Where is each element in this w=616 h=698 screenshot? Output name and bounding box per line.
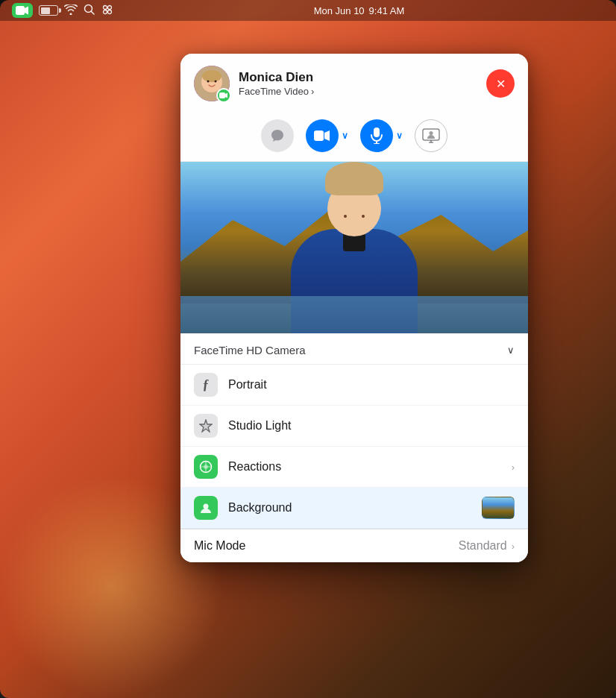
person-overlay (280, 184, 429, 333)
facetime-window: Monica Dien FaceTime Video › ✕ (180, 54, 528, 562)
svg-rect-13 (219, 92, 225, 98)
svg-point-12 (215, 81, 217, 83)
svg-marker-24 (200, 420, 212, 432)
mic-button[interactable]: ∨ (360, 119, 403, 152)
controls-bar: ∨ ∨ (180, 112, 528, 162)
reactions-right: › (512, 462, 515, 473)
screen-share-icon (415, 119, 447, 152)
control-center-icon[interactable] (101, 4, 114, 17)
svg-rect-15 (314, 131, 324, 141)
contact-name: Monica Dien (239, 70, 314, 85)
contact-info: Monica Dien FaceTime Video › (194, 66, 314, 101)
battery-icon (39, 5, 58, 16)
background-icon (194, 496, 218, 520)
portrait-label: Portrait (228, 378, 515, 392)
svg-marker-1 (25, 7, 28, 15)
screen-share-button[interactable] (415, 119, 447, 152)
svg-point-6 (104, 10, 107, 13)
close-button[interactable]: ✕ (486, 69, 515, 98)
wifi-icon (64, 4, 78, 17)
background-label: Background (228, 501, 471, 515)
facetime-badge (216, 88, 231, 103)
studio-light-label: Studio Light (228, 419, 515, 433)
video-preview (180, 162, 528, 333)
portrait-icon: ƒ (194, 373, 218, 397)
menubar-time: 9:41 AM (369, 5, 405, 16)
mic-icon (360, 119, 393, 152)
window-header: Monica Dien FaceTime Video › ✕ (180, 54, 528, 112)
reactions-icon (194, 455, 218, 479)
background-thumbnail (482, 497, 515, 519)
facetime-app-icon[interactable] (12, 3, 33, 18)
svg-rect-17 (374, 128, 380, 137)
mic-mode-label: Mic Mode (194, 539, 459, 553)
menubar-date: Mon Jun 10 (314, 5, 365, 16)
portrait-menu-item[interactable]: ƒ Portrait (180, 365, 528, 406)
svg-point-29 (204, 504, 209, 509)
background-menu-item[interactable]: Background (180, 488, 528, 529)
video-chevron[interactable]: ∨ (342, 131, 348, 141)
video-icon (306, 119, 339, 152)
svg-rect-0 (16, 6, 25, 15)
studio-light-menu-item[interactable]: Studio Light (180, 406, 528, 447)
studio-light-icon (194, 414, 218, 438)
svg-line-3 (92, 12, 95, 15)
contact-subtitle: FaceTime Video › (239, 86, 314, 97)
reactions-menu-item[interactable]: Reactions › (180, 447, 528, 488)
svg-point-4 (104, 5, 107, 9)
mic-mode-item[interactable]: Mic Mode Standard › (180, 529, 528, 562)
avatar-container (194, 66, 230, 101)
svg-marker-14 (225, 93, 227, 98)
svg-point-11 (207, 81, 210, 83)
menubar-left (12, 3, 114, 18)
camera-chevron: ∨ (507, 345, 515, 356)
menubar-datetime: Mon Jun 10 9:41 AM (114, 5, 604, 16)
svg-point-7 (108, 10, 112, 13)
menu-panel: FaceTime HD Camera ∨ ƒ Portrait Studio L… (180, 333, 528, 562)
svg-point-5 (108, 5, 112, 9)
contact-details: Monica Dien FaceTime Video › (239, 70, 314, 96)
mic-chevron[interactable]: ∨ (396, 131, 403, 141)
mic-mode-value: Standard (459, 539, 507, 553)
reactions-chevron: › (512, 462, 515, 473)
video-button[interactable]: ∨ (306, 119, 348, 152)
background-right (482, 497, 515, 519)
menubar: Mon Jun 10 9:41 AM (0, 0, 616, 21)
svg-point-10 (202, 70, 221, 82)
svg-marker-16 (324, 131, 330, 141)
svg-point-21 (430, 131, 433, 135)
reactions-label: Reactions (228, 460, 501, 474)
chat-icon (261, 119, 294, 152)
search-icon[interactable] (84, 4, 95, 17)
chat-button[interactable] (261, 119, 294, 152)
mic-mode-chevron: › (512, 541, 515, 552)
camera-header[interactable]: FaceTime HD Camera ∨ (180, 333, 528, 365)
camera-label: FaceTime HD Camera (194, 344, 305, 356)
